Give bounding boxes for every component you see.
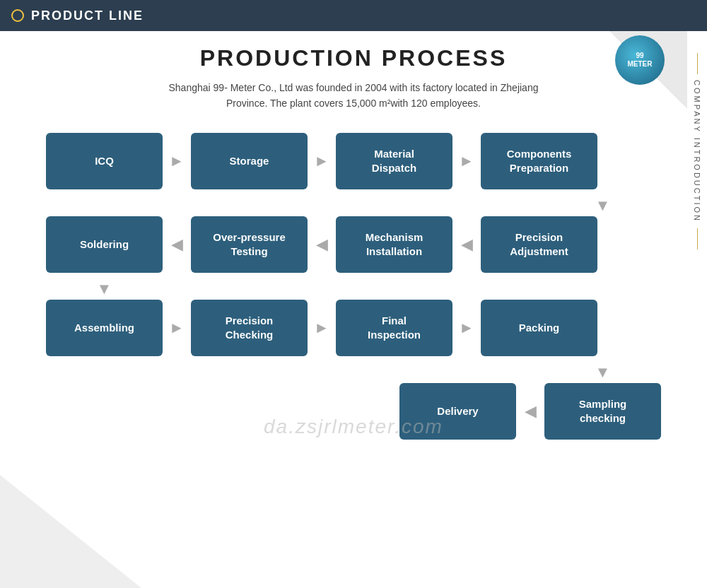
process-material-dispatch: MaterialDispatch <box>336 133 452 189</box>
connector-row-2: ▼ <box>46 278 661 300</box>
arrow-1-2: ► <box>163 152 191 170</box>
flow-row-3: Assembling ► PrecisionChecking ► FinalIn… <box>46 300 661 356</box>
header-circle <box>11 9 24 22</box>
arrow-precision-adj-mechanism: ◀ <box>452 235 481 254</box>
triangle-decoration-bottom <box>0 475 141 588</box>
header-bar: PRODUCT LINE <box>0 0 707 31</box>
process-storage: Storage <box>191 133 308 189</box>
arrow-down-components: ▼ <box>544 192 661 220</box>
arrow-overpressure-soldering: ◀ <box>163 235 191 254</box>
flow-diagram: ICQ ► Storage ► MaterialDispatch ► Compo… <box>46 133 661 440</box>
arrow-down-packing: ▼ <box>544 358 661 387</box>
logo: 99METER <box>615 35 672 92</box>
arrow-sampling-delivery: ◀ <box>516 402 544 421</box>
process-precision-adjustment: PrecisionAdjustment <box>481 216 597 273</box>
flow-row-1: ICQ ► Storage ► MaterialDispatch ► Compo… <box>46 133 661 189</box>
header-title: PRODUCT LINE <box>31 8 144 23</box>
process-precision-checking: PrecisionChecking <box>191 300 308 356</box>
logo-text: 99METER <box>628 52 653 69</box>
arrow-2-3: ► <box>308 152 336 170</box>
process-packing: Packing <box>481 300 597 356</box>
process-sampling-checking: Samplingchecking <box>544 383 661 440</box>
connector-row-1: ▼ <box>46 195 661 216</box>
process-components-preparation: ComponentsPreparation <box>481 133 597 189</box>
arrow-assembling-precision: ► <box>163 319 191 337</box>
page-title: PRODUCTION PROCESS <box>28 45 679 71</box>
process-overpressure: Over-pressureTesting <box>191 216 308 273</box>
process-icq: ICQ <box>46 133 163 189</box>
main-content: PRODUCTION PROCESS Shanghai 99- Meter Co… <box>0 31 707 452</box>
arrow-3-4: ► <box>452 152 481 170</box>
arrow-final-packing: ► <box>452 319 481 337</box>
arrow-mechanism-overpressure: ◀ <box>308 235 336 254</box>
subtitle: Shanghai 99- Meter Co., Ltd was founded … <box>28 80 679 112</box>
logo-circle: 99METER <box>615 35 665 85</box>
flow-row-2: Soldering ◀ Over-pressureTesting ◀ Mecha… <box>46 216 661 273</box>
arrow-precision-final: ► <box>308 319 336 337</box>
process-final-inspection: FinalInspection <box>336 300 452 356</box>
process-assembling: Assembling <box>46 300 163 356</box>
connector-row-3: ▼ <box>46 362 661 383</box>
process-mechanism-installation: MechanismInstallation <box>336 216 452 273</box>
process-soldering: Soldering <box>46 216 163 273</box>
arrow-down-soldering: ▼ <box>46 275 163 303</box>
process-delivery: Delivery <box>399 383 516 440</box>
flow-row-4: Delivery ◀ Samplingchecking <box>46 383 661 440</box>
